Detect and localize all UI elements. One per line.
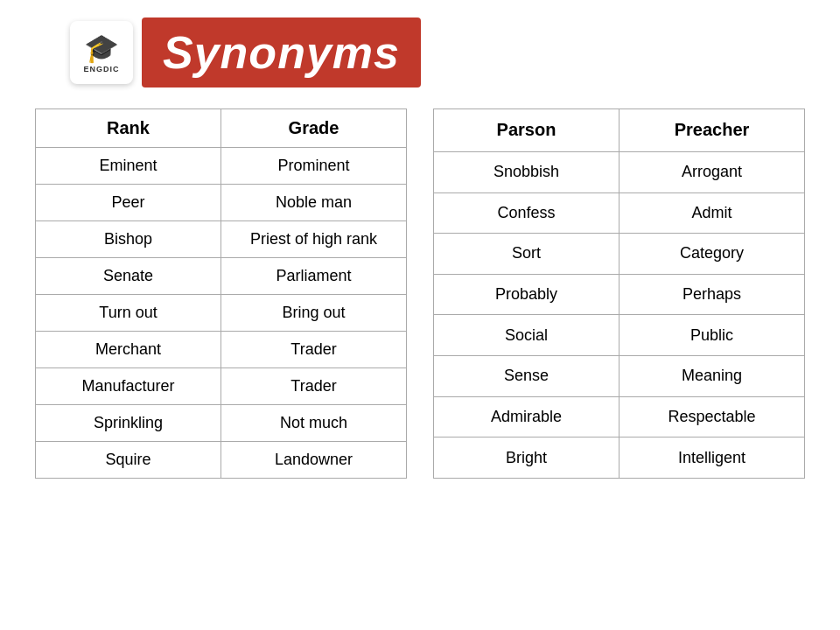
table-cell: Prominent bbox=[221, 148, 407, 185]
table-cell: Manufacturer bbox=[36, 368, 221, 405]
table-cell: Bishop bbox=[36, 221, 221, 258]
page-header: 🎓 ENGDIC Synonyms bbox=[70, 18, 421, 88]
tables-container: RankGradeEminentProminentPeerNoble manBi… bbox=[18, 108, 822, 479]
table-row: ParsonPreacher bbox=[434, 109, 805, 152]
table-row: SprinklingNot much bbox=[36, 405, 407, 442]
table-row: SquireLandowner bbox=[36, 442, 407, 479]
table-row: SortCategory bbox=[434, 234, 805, 275]
table-cell: Category bbox=[620, 234, 805, 275]
table-cell: Turn out bbox=[36, 295, 221, 332]
table-row: ProbablyPerhaps bbox=[434, 274, 805, 315]
table-cell: Grade bbox=[221, 109, 407, 148]
table-row: SocialPublic bbox=[434, 315, 805, 356]
table-cell: Meaning bbox=[620, 356, 805, 397]
page-title: Synonyms bbox=[163, 26, 400, 79]
table-cell: Noble man bbox=[221, 185, 407, 221]
logo-icon: 🎓 bbox=[84, 32, 119, 65]
table-cell: Preacher bbox=[620, 109, 805, 152]
table-cell: Sprinkling bbox=[36, 405, 221, 442]
table-cell: Eminent bbox=[36, 148, 221, 185]
table-cell: Trader bbox=[221, 332, 407, 368]
table-cell: Merchant bbox=[36, 332, 221, 368]
table-cell: Trader bbox=[221, 368, 407, 405]
table-row: AdmirableRespectable bbox=[434, 396, 805, 438]
table-cell: Parliament bbox=[221, 258, 407, 295]
table-cell: Bright bbox=[434, 438, 620, 479]
table-row: Turn outBring out bbox=[36, 295, 407, 332]
table-cell: Perhaps bbox=[620, 274, 805, 315]
table-row: SnobbishArrogant bbox=[434, 151, 805, 192]
table-cell: Sort bbox=[434, 234, 620, 275]
table-cell: Admit bbox=[620, 192, 805, 234]
table-cell: Snobbish bbox=[434, 151, 620, 192]
table-cell: Admirable bbox=[434, 396, 620, 438]
logo: 🎓 ENGDIC bbox=[70, 21, 133, 84]
table-cell: Intelligent bbox=[620, 438, 805, 479]
table-cell: Probably bbox=[434, 274, 620, 315]
table-cell: Respectable bbox=[620, 396, 805, 438]
table-cell: Not much bbox=[221, 405, 407, 442]
table-cell: Parson bbox=[434, 109, 620, 152]
table-cell: Senate bbox=[36, 258, 221, 295]
table-row: BishopPriest of high rank bbox=[36, 221, 407, 258]
table-cell: Social bbox=[434, 315, 620, 356]
table-cell: Confess bbox=[434, 192, 620, 234]
table-cell: Arrogant bbox=[620, 151, 805, 192]
table-row: ManufacturerTrader bbox=[36, 368, 407, 405]
left-table: RankGradeEminentProminentPeerNoble manBi… bbox=[35, 108, 407, 479]
table-cell: Sense bbox=[434, 356, 620, 397]
table-cell: Bring out bbox=[221, 295, 407, 332]
table-cell: Squire bbox=[36, 442, 221, 479]
table-cell: Peer bbox=[36, 185, 221, 221]
table-row: EminentProminent bbox=[36, 148, 407, 185]
table-row: BrightIntelligent bbox=[434, 438, 805, 479]
table-cell: Priest of high rank bbox=[221, 221, 407, 258]
title-banner: Synonyms bbox=[142, 18, 421, 88]
table-cell: Rank bbox=[36, 109, 221, 148]
table-row: MerchantTrader bbox=[36, 332, 407, 368]
table-row: ConfessAdmit bbox=[434, 192, 805, 234]
right-table: ParsonPreacherSnobbishArrogantConfessAdm… bbox=[433, 108, 805, 479]
table-row: RankGrade bbox=[36, 109, 407, 148]
table-row: SenseMeaning bbox=[434, 356, 805, 397]
logo-text: ENGDIC bbox=[83, 65, 119, 74]
table-cell: Landowner bbox=[221, 442, 407, 479]
table-row: PeerNoble man bbox=[36, 185, 407, 221]
table-row: SenateParliament bbox=[36, 258, 407, 295]
table-cell: Public bbox=[620, 315, 805, 356]
